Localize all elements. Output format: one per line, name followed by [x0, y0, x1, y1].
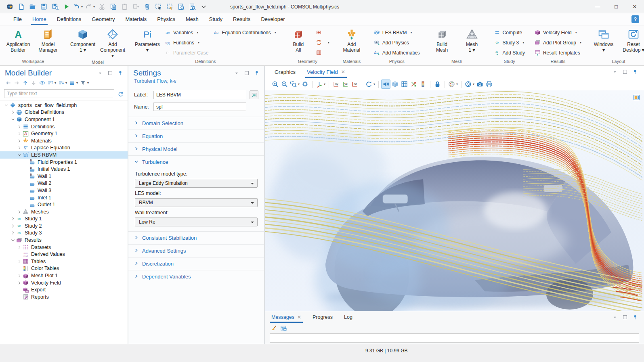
- tree-right-arrow-icon[interactable]: [16, 125, 22, 129]
- ribbon-reset-desktop-button[interactable]: ResetDesktop ▾: [619, 27, 644, 54]
- ribbon-add-physics-button[interactable]: Add Physics: [372, 38, 422, 48]
- tree-down-arrow-icon[interactable]: [16, 153, 22, 157]
- menu-tab-materials[interactable]: Materials: [120, 13, 152, 25]
- section-header-dependent-variables[interactable]: Dependent Variables: [128, 270, 264, 283]
- tree-node-study-1[interactable]: ∞Study 1: [0, 216, 128, 223]
- ribbon-functions-button[interactable]: f(x)Functions▾: [163, 38, 210, 48]
- new-file-button[interactable]: [15, 1, 27, 12]
- help-button[interactable]: ?: [631, 15, 639, 23]
- zoom-box-button[interactable]: ▾: [289, 80, 300, 89]
- tree-node-reports[interactable]: Reports: [0, 293, 128, 301]
- zoom-extents-button[interactable]: [300, 80, 310, 89]
- tree-node-laplace-equation[interactable]: ∇²Laplace Equation: [0, 144, 128, 152]
- tree-down-arrow-icon[interactable]: [3, 103, 9, 107]
- tree-right-arrow-icon[interactable]: [10, 110, 16, 114]
- plot-vectors-button[interactable]: [409, 80, 418, 89]
- paste-button[interactable]: [119, 1, 130, 12]
- menu-tab-study[interactable]: Study: [204, 13, 228, 25]
- tree-right-arrow-icon[interactable]: [10, 217, 16, 221]
- select-rect-button[interactable]: [153, 1, 164, 12]
- close-button[interactable]: ✕: [625, 0, 644, 13]
- run-button[interactable]: [61, 1, 72, 12]
- panel-menu-button[interactable]: [612, 314, 618, 320]
- tree-right-arrow-icon[interactable]: [16, 245, 22, 249]
- panel-menu-button[interactable]: [612, 69, 618, 75]
- bottom-tab-log[interactable]: Log: [344, 311, 352, 323]
- nav-forward-button[interactable]: [13, 79, 21, 87]
- menu-tab-physics[interactable]: Physics: [152, 13, 180, 25]
- delete-button[interactable]: [141, 1, 153, 12]
- section-header-equation[interactable]: Equation: [128, 130, 264, 142]
- section-header-physical-model[interactable]: Physical Model: [128, 143, 264, 155]
- tree-node-export[interactable]: Export: [0, 286, 128, 293]
- ribbon-add-mathematics-button[interactable]: ΔuAdd Mathematics: [372, 48, 422, 58]
- ribbon-geom-virtual-button[interactable]: [314, 48, 331, 58]
- panel-menu-button[interactable]: [233, 70, 240, 76]
- ribbon-application-builder-button[interactable]: AApplicationBuilder: [4, 27, 33, 54]
- aperture-button[interactable]: ▾: [464, 80, 475, 89]
- tree-node-wall-1[interactable]: DWall 1: [0, 173, 128, 180]
- axes-triad-button[interactable]: ▾: [315, 80, 326, 89]
- tree-node-global-definitions[interactable]: Global Definitions: [0, 109, 128, 116]
- tree-node-sports-car-flow-field-mph[interactable]: sports_car_flow_field.mph: [0, 102, 128, 109]
- pin-panel-button[interactable]: [254, 70, 260, 76]
- ribbon-geom-update-button[interactable]: ▾: [314, 38, 331, 48]
- ribbon-equation-contributions-button[interactable]: ΔuEquation Contributions▾: [211, 27, 278, 38]
- printer-button[interactable]: [485, 80, 494, 89]
- refresh-filter-button[interactable]: [116, 90, 124, 98]
- tree-node-inlet-1[interactable]: Inlet 1: [0, 194, 128, 201]
- palette-button[interactable]: ▾: [447, 80, 459, 89]
- lock-button[interactable]: [433, 80, 442, 89]
- graphics-tab-velocity-field[interactable]: Velocity Field✕: [307, 66, 345, 78]
- find-doc-button[interactable]: [175, 1, 187, 12]
- tree-right-arrow-icon[interactable]: [10, 231, 16, 235]
- ribbon-variables-button[interactable]: a=Variables▾: [163, 27, 210, 38]
- section-header-turbulence[interactable]: Turbulence: [128, 156, 264, 168]
- tree-right-arrow-icon[interactable]: [16, 139, 22, 143]
- bottom-tab-messages[interactable]: Messages✕: [271, 311, 301, 323]
- tree-node-definitions[interactable]: Definitions: [0, 123, 128, 130]
- expand-all-button[interactable]: ▾: [46, 79, 57, 87]
- name-field[interactable]: [153, 103, 246, 111]
- pin-panel-button[interactable]: [632, 314, 638, 320]
- view-xz-button[interactable]: xz: [350, 80, 359, 89]
- section-header-advanced-settings[interactable]: Advanced Settings: [128, 245, 264, 257]
- ribbon-add-component-button[interactable]: AddComponent ▾: [98, 27, 127, 60]
- view-xy-button[interactable]: xy: [331, 80, 341, 89]
- section-header-consistent-stabilization[interactable]: Consistent Stabilization: [128, 232, 264, 244]
- pointer-select-button[interactable]: [164, 1, 175, 12]
- ribbon-parameters-button[interactable]: PiParameters▾: [133, 27, 162, 54]
- tree-node-datasets[interactable]: Datasets: [0, 244, 128, 251]
- ribbon-add-material-button[interactable]: AddMaterial: [337, 27, 366, 54]
- les-model-dropdown[interactable]: RBVM: [135, 198, 258, 207]
- bottom-tab-progress[interactable]: Progress: [313, 311, 333, 323]
- collapse-all-button[interactable]: ▾: [57, 79, 68, 87]
- label-field[interactable]: [153, 91, 246, 99]
- undo-button[interactable]: ▾: [72, 1, 84, 12]
- tree-right-arrow-icon[interactable]: [16, 210, 22, 214]
- tree-node-outlet-1[interactable]: Outlet 1: [0, 201, 128, 208]
- filter-input[interactable]: [4, 89, 114, 98]
- menu-tab-developer[interactable]: Developer: [256, 13, 290, 25]
- color-legend-button[interactable]: [418, 80, 428, 89]
- msg-table-button[interactable]: [279, 324, 287, 333]
- ribbon-add-plot-group-button[interactable]: Add Plot Group▾: [533, 38, 583, 48]
- duplicate-button[interactable]: [130, 1, 141, 12]
- tree-node-meshes[interactable]: Meshes: [0, 208, 128, 216]
- close-tab-icon[interactable]: ✕: [341, 69, 345, 75]
- tree-right-arrow-icon[interactable]: [16, 274, 22, 278]
- tree-node-tables[interactable]: Tables: [0, 258, 128, 265]
- tree-node-derived-values[interactable]: 8.85e-12Derived Values: [0, 251, 128, 258]
- tree-down-arrow-icon[interactable]: [10, 238, 16, 242]
- rotate-button[interactable]: ▾: [365, 80, 376, 89]
- nav-back-button[interactable]: [4, 79, 12, 87]
- find-doc2-button[interactable]: [187, 1, 198, 12]
- save-search-button[interactable]: [49, 1, 61, 12]
- menu-tab-mesh[interactable]: Mesh: [180, 13, 204, 25]
- comsol-logo-button[interactable]: [4, 1, 15, 12]
- ribbon-model-manager-button[interactable]: ModelManager: [34, 27, 63, 54]
- tree-node-color-tables[interactable]: Color Tables: [0, 265, 128, 272]
- float-panel-button[interactable]: [243, 70, 250, 76]
- tree-node-study-2[interactable]: ∞Study 2: [0, 222, 128, 230]
- zoom-out-button[interactable]: [280, 80, 289, 89]
